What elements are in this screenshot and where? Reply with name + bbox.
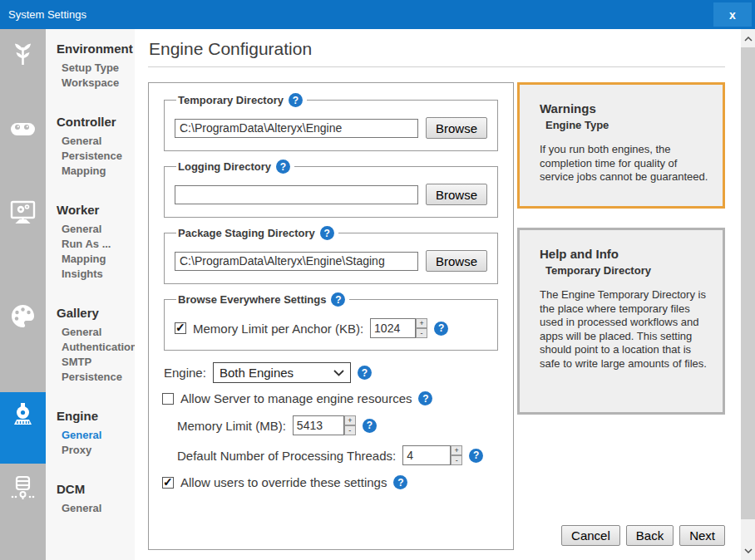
cancel-button[interactable]: Cancel <box>561 525 620 546</box>
spin-up-button[interactable]: + <box>451 445 462 455</box>
scrollbar[interactable] <box>741 29 755 560</box>
sidebar: Environment Setup Type Workspace Control… <box>0 29 135 560</box>
temporary-directory-fieldset: Temporary Directory ? Browse <box>164 93 498 151</box>
sidebar-item-worker-run-as[interactable]: Run As ... <box>62 237 135 252</box>
nav-group-dcm: DCM General <box>57 483 135 516</box>
allow-server-checkbox[interactable] <box>162 393 174 405</box>
sidebar-group-engine[interactable]: Engine <box>57 410 135 423</box>
threads-input[interactable] <box>402 445 451 465</box>
sidebar-nav: Environment Setup Type Workspace Control… <box>46 29 135 560</box>
sidebar-item-controller-general[interactable]: General <box>62 134 135 149</box>
right-panel: Warnings Engine Type If you run both eng… <box>517 82 725 415</box>
help-icon[interactable]: ? <box>358 366 372 380</box>
system-settings-window: System Settings x <box>0 0 755 560</box>
engine-select-label: Engine: <box>164 366 206 380</box>
sidebar-group-gallery[interactable]: Gallery <box>57 307 135 320</box>
next-button[interactable]: Next <box>679 525 725 546</box>
sidebar-item-workspace[interactable]: Workspace <box>62 76 135 91</box>
chevron-down-icon <box>744 548 753 553</box>
memory-limit-anchor-input[interactable] <box>370 318 416 338</box>
engine-select-value: Both Engines <box>220 366 294 380</box>
help-icon[interactable]: ? <box>289 93 303 107</box>
logging-directory-fieldset: Logging Directory ? Browse <box>164 160 498 218</box>
spin-up-button[interactable]: + <box>416 318 427 328</box>
palette-icon <box>9 302 37 330</box>
sidebar-item-worker-mapping[interactable]: Mapping <box>62 252 135 267</box>
sidebar-group-controller[interactable]: Controller <box>57 115 135 129</box>
sidebar-item-gallery-smtp[interactable]: SMTP <box>62 355 135 370</box>
sidebar-item-worker-insights[interactable]: Insights <box>62 267 135 282</box>
sidebar-item-gallery-general[interactable]: General <box>62 325 135 340</box>
sidebar-item-engine-proxy[interactable]: Proxy <box>62 443 135 458</box>
scroll-down-arrow[interactable] <box>741 543 755 558</box>
help-icon[interactable]: ? <box>331 292 345 307</box>
nav-group-controller: Controller General Persistence Mapping <box>57 115 135 179</box>
footer-buttons: Cancel Back Next <box>561 525 725 546</box>
window-title: System Settings <box>8 8 86 21</box>
package-staging-input[interactable] <box>175 252 418 271</box>
memory-limit-label: Memory Limit (MB): <box>177 419 286 433</box>
help-icon[interactable]: ? <box>276 160 290 174</box>
monitor-gear-icon <box>9 199 37 226</box>
nav-group-environment: Environment Setup Type Workspace <box>57 42 135 91</box>
spin-down-button[interactable]: - <box>451 455 462 465</box>
threads-label: Default Number of Processing Threads: <box>177 449 396 463</box>
nav-group-worker: Worker General Run As ... Mapping Insigh… <box>57 204 135 282</box>
warnings-subtitle: Engine Type <box>545 119 709 131</box>
sidebar-item-setup-type[interactable]: Setup Type <box>62 61 135 76</box>
chevron-down-icon <box>333 370 344 376</box>
engine-select[interactable]: Both Engines <box>213 362 351 383</box>
memory-limit-anchor-checkbox[interactable] <box>175 322 186 334</box>
help-info-body: The Engine Temporary Directory is the pl… <box>540 288 709 371</box>
warnings-title: Warnings <box>540 101 709 115</box>
allow-server-label: Allow Server to manage engine resources <box>180 391 412 405</box>
sidebar-item-worker-general[interactable]: General <box>62 222 135 237</box>
database-icon <box>9 474 37 502</box>
chevron-up-icon <box>744 37 753 42</box>
close-button[interactable]: x <box>713 2 752 27</box>
scroll-thumb[interactable] <box>741 47 755 519</box>
sidebar-group-worker[interactable]: Worker <box>57 204 135 217</box>
sidebar-item-controller-mapping[interactable]: Mapping <box>62 164 135 179</box>
sidebar-item-gallery-authentication[interactable]: Authentication <box>62 340 135 355</box>
help-info-title: Help and Info <box>540 247 709 261</box>
help-icon[interactable]: ? <box>434 322 448 336</box>
browse-staging-button[interactable]: Browse <box>426 250 487 272</box>
temporary-directory-input[interactable] <box>175 119 418 138</box>
page-title: Engine Configuration <box>149 39 312 59</box>
sidebar-group-dcm[interactable]: DCM <box>57 483 135 496</box>
help-icon[interactable]: ? <box>469 449 483 463</box>
scroll-up-arrow[interactable] <box>741 32 755 46</box>
plant-icon <box>9 41 37 68</box>
spin-up-button[interactable]: + <box>344 415 356 425</box>
help-icon[interactable]: ? <box>393 475 407 489</box>
logging-directory-input[interactable] <box>175 185 418 204</box>
memory-limit-anchor-label: Memory Limit per Anchor (KB): <box>193 322 363 336</box>
sidebar-item-dcm-general[interactable]: General <box>62 501 135 516</box>
browse-everywhere-legend: Browse Everywhere Settings <box>178 293 326 306</box>
sidebar-item-controller-persistence[interactable]: Persistence <box>62 149 135 164</box>
nav-group-gallery: Gallery General Authentication SMTP Pers… <box>57 307 135 385</box>
help-info-subtitle: Temporary Directory <box>545 264 709 277</box>
allow-users-label: Allow users to override these settings <box>180 475 387 489</box>
logging-directory-legend: Logging Directory <box>178 160 271 173</box>
help-icon[interactable]: ? <box>320 226 334 240</box>
browse-logging-button[interactable]: Browse <box>426 184 487 205</box>
sidebar-item-gallery-persistence[interactable]: Persistence <box>62 370 135 385</box>
help-icon[interactable]: ? <box>418 391 432 405</box>
sidebar-item-engine-general[interactable]: General <box>62 428 135 443</box>
allow-users-checkbox[interactable] <box>162 477 174 489</box>
package-staging-legend: Package Staging Directory <box>178 227 315 239</box>
nav-group-engine: Engine General Proxy <box>57 410 135 458</box>
help-info-box: Help and Info Temporary Directory The En… <box>517 228 725 415</box>
browse-temporary-button[interactable]: Browse <box>426 117 487 139</box>
train-icon <box>9 401 37 429</box>
package-staging-directory-fieldset: Package Staging Directory ? Browse <box>164 226 498 284</box>
spin-down-button[interactable]: - <box>344 425 356 435</box>
titlebar: System Settings x <box>0 0 755 29</box>
help-icon[interactable]: ? <box>363 419 377 433</box>
sidebar-group-environment[interactable]: Environment <box>57 42 135 56</box>
memory-limit-input[interactable] <box>293 415 344 435</box>
back-button[interactable]: Back <box>626 525 674 546</box>
spin-down-button[interactable]: - <box>416 328 427 338</box>
